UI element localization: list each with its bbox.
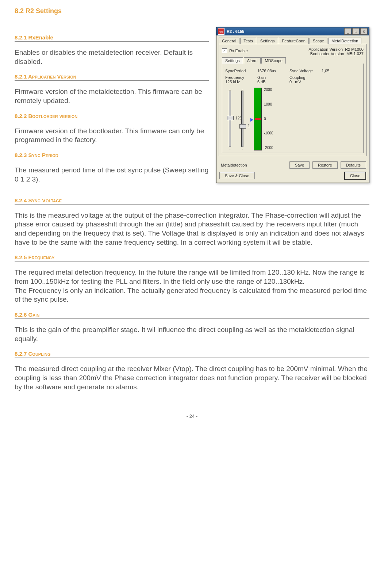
syncvoltage-value: 1,05: [322, 69, 347, 73]
tab-scope[interactable]: Scope: [310, 38, 327, 44]
coupling-scale: 2000 1000 0 -1000 -2000: [264, 88, 273, 150]
window-titlebar[interactable]: os R2 : 6155 _ □ ×: [216, 27, 369, 35]
settings-window: os R2 : 6155 _ □ × General Tests Setting…: [216, 27, 369, 183]
boot-version-value: MBt1.037: [346, 51, 364, 56]
text-gain: This is the gain of the preamplifier sta…: [15, 325, 369, 343]
heading-frequency: 8.2.5 Frequency: [15, 254, 369, 261]
syncvoltage-label: Sync Voltage: [289, 69, 315, 73]
frequency-slider-tick: 125: [235, 116, 242, 120]
window-title: R2 : 6155: [227, 29, 244, 34]
section-title: 8.2 R2 Settings: [15, 7, 369, 16]
tab-settings[interactable]: Settings: [257, 38, 278, 44]
text-rxenable: Enables or disables the metaldetection r…: [15, 48, 209, 66]
scale-1000: 1000: [264, 102, 273, 106]
rx-enable-label: Rx Enable: [229, 49, 248, 53]
coupling-unit: mV: [295, 80, 301, 84]
save-close-button[interactable]: Save & Close: [219, 172, 255, 179]
syncperiod-label: SyncPeriod: [225, 69, 251, 73]
boot-version-label: Bootloader Version: [310, 51, 344, 56]
app-version-value: R2 M1000: [345, 47, 364, 51]
app-version-label: Application Version: [309, 47, 343, 51]
heading-rxenable: 8.2.1 RxEnable: [15, 34, 209, 42]
defaults-button[interactable]: Defaults: [341, 161, 366, 169]
text-sync-period: The measured period time of the ost sync…: [15, 166, 209, 184]
text-frequency: The required metal detection frequency. …: [15, 268, 369, 304]
frequency-label: Frequency: [225, 75, 251, 80]
gain-slider[interactable]: - - 1: [241, 88, 243, 150]
heading-coupling: 8.2.7 Coupling: [15, 351, 369, 358]
rx-enable-checkbox[interactable]: ✓: [222, 48, 227, 53]
coupling-label: Coupling: [289, 75, 315, 80]
bar-marker-icon: [255, 118, 261, 120]
tab-tests[interactable]: Tests: [240, 38, 256, 44]
scale-m2000: -2000: [264, 146, 273, 150]
scale-2000: 2000: [264, 88, 273, 92]
subtab-alarm[interactable]: Alarm: [244, 57, 261, 64]
tab-metaldetection[interactable]: MetalDetection: [328, 38, 361, 44]
text-app-version: Firmware version of the metaldetection. …: [15, 87, 209, 105]
frequency-slider[interactable]: - - 125: [229, 88, 231, 150]
syncperiod-value: 1676,03us: [257, 69, 283, 73]
coupling-bar: [254, 88, 262, 150]
heading-sync-voltage: 8.2.4 Sync Voltage: [15, 197, 369, 205]
sub-tabs: Settings Alarm MDScope: [222, 57, 364, 64]
close-window-button[interactable]: ×: [360, 28, 368, 35]
gain-label: Gain: [257, 75, 283, 80]
restore-button[interactable]: Restore: [312, 161, 338, 169]
save-button[interactable]: Save: [289, 161, 310, 169]
bar-pointer-icon: [250, 118, 253, 122]
scale-m1000: -1000: [264, 131, 273, 135]
subtab-settings[interactable]: Settings: [222, 57, 243, 64]
coupling-value: 0: [289, 80, 292, 84]
tab-featureconn[interactable]: FeatureConn: [279, 38, 309, 44]
subtab-mdscope[interactable]: MDScope: [261, 57, 285, 64]
text-coupling: The measured direct coupling at the rece…: [15, 364, 369, 392]
close-button[interactable]: Close: [344, 172, 366, 180]
maximize-button[interactable]: □: [352, 28, 360, 35]
text-sync-voltage: This is the measured voltage at the outp…: [15, 211, 369, 247]
frequency-value: 125 kHz: [225, 80, 251, 84]
scale-0: 0: [264, 117, 273, 121]
gain-value: 6 dB: [257, 80, 283, 84]
heading-app-version: 8.2.1 Applicatien Version: [15, 73, 209, 81]
app-icon: os: [218, 28, 224, 35]
gain-slider-tick: 1: [248, 124, 250, 128]
heading-sync-period: 8.2.3 Sync Period: [15, 152, 209, 159]
metaldetection-panel: ✓ Rx Enable Application Version R2 M1000…: [219, 44, 367, 156]
minimize-button[interactable]: _: [344, 28, 352, 35]
heading-bootloader-version: 8.2.2 Bootloader version: [15, 113, 209, 120]
text-bootloader-version: Firmware version of the bootloader. This…: [15, 127, 209, 145]
status-label: Metaldetection: [219, 162, 249, 168]
page-number: - 24 -: [15, 413, 369, 419]
heading-gain: 8.2.6 Gain: [15, 312, 369, 319]
tab-general[interactable]: General: [219, 38, 239, 44]
main-tabs: General Tests Settings FeatureConn Scope…: [216, 35, 369, 44]
